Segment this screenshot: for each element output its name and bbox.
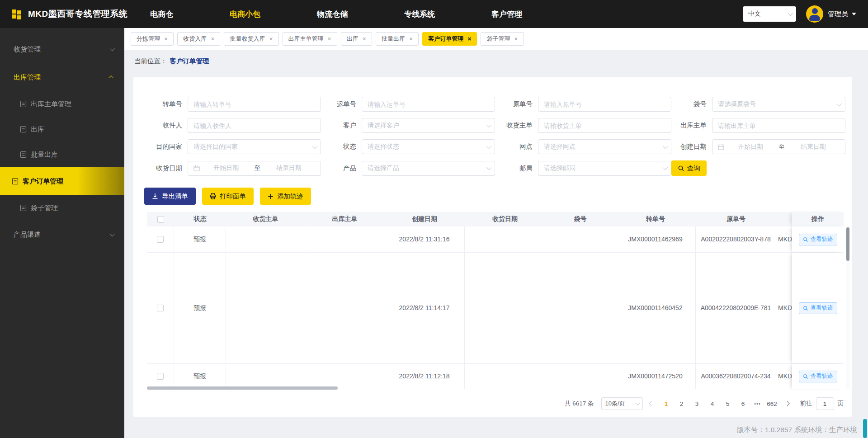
outbound-master-input[interactable]: [712, 118, 845, 133]
page-number-last[interactable]: 662: [766, 397, 778, 410]
close-icon[interactable]: ×: [363, 36, 366, 42]
original-no-input[interactable]: [538, 97, 671, 112]
tab-outbound-master[interactable]: 出库主单管理×: [283, 32, 337, 46]
post-office-select[interactable]: 请选择邮局: [538, 161, 671, 176]
product-select[interactable]: 请选择产品: [362, 161, 495, 176]
topnav-customer-mgmt[interactable]: 客户管理: [491, 9, 522, 19]
sidebar-item-outbound[interactable]: 出库: [0, 117, 124, 142]
sidebar-item-label: 客户订单管理: [23, 177, 63, 186]
view-track-label: 查看轨迹: [811, 235, 833, 244]
table-horizontal-scrollbar[interactable]: [147, 386, 844, 390]
pagination: 共 6617 条 10条/页 1 2 3 4 5 6 ••• 662 前往 页: [133, 397, 844, 410]
breadcrumb-current: 客户订单管理: [170, 57, 209, 65]
sidebar-item-bag-mgmt[interactable]: 袋子管理: [0, 195, 124, 221]
row-checkbox[interactable]: [157, 373, 164, 380]
waybill-no-input[interactable]: [362, 97, 495, 112]
tab-label: 袋子管理: [486, 35, 510, 43]
user-menu[interactable]: 管理员: [828, 10, 856, 19]
view-track-button[interactable]: 查看轨迹: [799, 234, 837, 245]
page-scrollbar-thumb[interactable]: [863, 419, 867, 438]
close-icon[interactable]: ×: [467, 36, 471, 42]
page-number-6[interactable]: 6: [737, 397, 750, 410]
select-placeholder: 请选择原袋号: [718, 100, 756, 108]
view-track-button[interactable]: 查看轨迹: [799, 302, 837, 314]
row-checkbox[interactable]: [157, 236, 164, 243]
transfer-no-input[interactable]: [188, 97, 321, 112]
sidebar-item-customer-orders[interactable]: 客户订单管理: [0, 167, 124, 195]
page-number-1[interactable]: 1: [660, 397, 673, 410]
version-footer: 版本号：1.0.2857 系统环境：生产环境: [737, 425, 857, 435]
topnav-ecom-parcel[interactable]: 电商小包: [230, 9, 260, 19]
page-number-3[interactable]: 3: [691, 397, 703, 410]
sidebar-item-receive-mgmt[interactable]: 收货管理: [0, 35, 124, 63]
receive-date-range[interactable]: 开始日期 至 结束日期: [188, 161, 321, 176]
status-select[interactable]: 请选择状态: [362, 139, 495, 154]
tab-receive-inbound[interactable]: 收货入库×: [177, 32, 220, 46]
end-date-placeholder[interactable]: 结束日期: [263, 164, 316, 172]
scrollbar-thumb[interactable]: [846, 227, 849, 261]
close-icon[interactable]: ×: [328, 36, 331, 42]
dest-country-select[interactable]: 请选择目的国家: [188, 139, 321, 154]
tab-customer-orders[interactable]: 客户订单管理×: [422, 32, 477, 46]
receive-master-input[interactable]: [538, 118, 671, 133]
app-grid-icon[interactable]: [12, 9, 21, 19]
filter-label-status: 状态: [321, 142, 362, 151]
row-checkbox[interactable]: [157, 305, 164, 311]
sidebar-item-outbound-mgmt[interactable]: 出库管理: [0, 63, 124, 91]
recipient-input[interactable]: [188, 118, 321, 133]
topnav-ecom-warehouse[interactable]: 电商仓: [150, 9, 173, 19]
cell-outbound-master: [305, 226, 384, 252]
document-icon: [12, 178, 19, 185]
start-date-placeholder[interactable]: 开始日期: [200, 164, 253, 172]
tab-batch-receive-inbound[interactable]: 批量收货入库×: [224, 32, 278, 46]
tab-bag-mgmt[interactable]: 袋子管理×: [481, 32, 524, 46]
more-pages-button[interactable]: •••: [752, 401, 763, 406]
cell-receive-master: [226, 253, 305, 363]
filter-label-create-date: 创建日期: [671, 142, 712, 151]
page-number-4[interactable]: 4: [706, 397, 719, 410]
filter-form: 转单号 运单号 原单号 袋号 请选择原袋号 收件人 客户 请选择客户 收货主单 …: [133, 97, 852, 176]
tab-sorting-mgmt[interactable]: 分拣管理×: [131, 32, 174, 46]
branch-select[interactable]: 请选择网点: [538, 139, 671, 154]
sidebar-item-product-channel[interactable]: 产品渠道: [0, 221, 124, 249]
export-list-button[interactable]: 导出清单: [144, 188, 196, 205]
add-track-button[interactable]: 添加轨迹: [260, 188, 311, 205]
cell-create-date: 2022/8/2 11:31:16: [384, 226, 465, 252]
page-number-5[interactable]: 5: [722, 397, 734, 410]
language-select[interactable]: 中文: [743, 6, 796, 22]
chevron-down-icon: [663, 165, 668, 170]
view-track-button[interactable]: 查看轨迹: [799, 371, 837, 382]
tab-outbound[interactable]: 出库×: [341, 32, 372, 46]
page-number-2[interactable]: 2: [675, 397, 688, 410]
topnav-logistics-storage[interactable]: 物流仓储: [317, 9, 348, 19]
prev-page-button[interactable]: [646, 397, 657, 410]
close-icon[interactable]: ×: [409, 36, 413, 42]
bag-no-select[interactable]: 请选择原袋号: [712, 97, 845, 112]
filter-label-original-no: 原单号: [495, 100, 538, 108]
table-header-row: 状态 收货主单 出库主单 创建日期 收货日期 袋号 转单号 原单号 操作: [147, 212, 844, 226]
table-vertical-scrollbar[interactable]: [846, 226, 850, 389]
customer-select[interactable]: 请选择客户: [362, 118, 495, 133]
tab-label: 分拣管理: [137, 35, 160, 43]
query-button[interactable]: 查询: [671, 160, 707, 176]
sidebar-item-outbound-master[interactable]: 出库主单管理: [0, 91, 124, 117]
filter-label-receive-date: 收货日期: [144, 164, 188, 173]
next-page-button[interactable]: [781, 397, 793, 410]
goto-page-input[interactable]: [816, 397, 834, 410]
page-size-select[interactable]: 10条/页: [601, 397, 643, 410]
close-icon[interactable]: ×: [514, 36, 518, 42]
create-date-range[interactable]: 开始日期 至 结束日期: [712, 139, 845, 154]
close-icon[interactable]: ×: [164, 36, 168, 42]
sidebar-item-batch-outbound[interactable]: 批量出库: [0, 142, 124, 167]
print-label-button[interactable]: 打印面单: [202, 188, 254, 205]
query-button-label: 查询: [687, 164, 700, 173]
close-icon[interactable]: ×: [269, 36, 273, 42]
start-date-placeholder[interactable]: 开始日期: [724, 143, 777, 151]
topnav-dedicated-line[interactable]: 专线系统: [404, 9, 435, 19]
end-date-placeholder[interactable]: 结束日期: [787, 143, 840, 151]
close-icon[interactable]: ×: [211, 36, 214, 42]
tab-batch-outbound[interactable]: 批量出库×: [376, 32, 419, 46]
scrollbar-thumb[interactable]: [147, 386, 338, 390]
avatar[interactable]: [806, 5, 823, 23]
select-all-checkbox[interactable]: [157, 216, 164, 223]
